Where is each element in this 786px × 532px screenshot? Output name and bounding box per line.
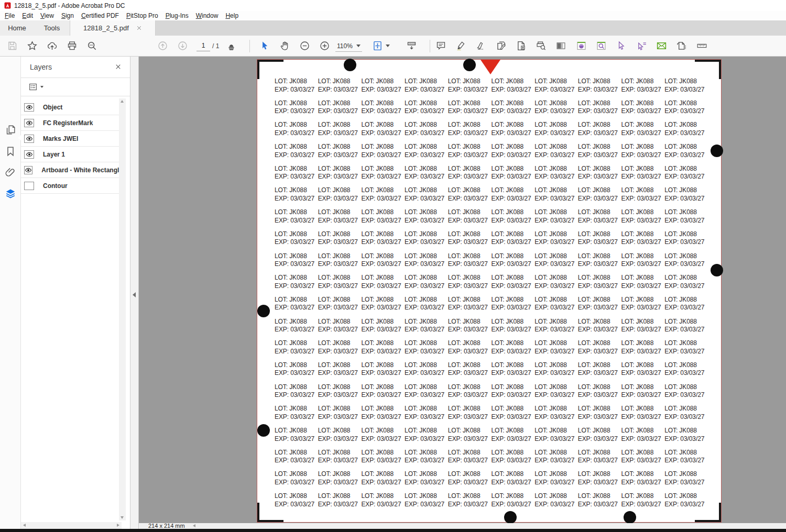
output-preview-icon xyxy=(555,40,566,51)
layers-vertical-scrollbar[interactable] xyxy=(119,98,126,520)
page-info-button[interactable] xyxy=(672,36,692,56)
exp-text: EXP: 03/03/27 xyxy=(361,326,405,334)
label-cell: LOT: JK088EXP: 03/03/27 xyxy=(491,163,534,185)
label-cell: LOT: JK088EXP: 03/03/27 xyxy=(491,382,534,404)
certified-stamp-button[interactable] xyxy=(221,36,241,56)
exp-text: EXP: 03/03/27 xyxy=(318,86,362,94)
exp-text: EXP: 03/03/27 xyxy=(534,260,578,269)
menu-view[interactable]: View xyxy=(37,12,58,19)
menu-pitstop-pro[interactable]: PitStop Pro xyxy=(123,12,162,19)
save-button[interactable] xyxy=(2,36,22,56)
pitstop-select-button[interactable] xyxy=(612,36,631,56)
page-scroll-button[interactable] xyxy=(401,36,421,56)
zoom-out-button[interactable] xyxy=(294,36,314,56)
scroll-down-icon[interactable] xyxy=(121,516,124,519)
layer-row[interactable]: FC RegisterMark xyxy=(21,115,123,131)
tab-home[interactable]: Home xyxy=(0,20,34,36)
menu-sign[interactable]: Sign xyxy=(58,12,78,19)
tab-document[interactable]: 12818_2_5.pdf xyxy=(70,20,156,36)
exp-text: EXP: 03/03/27 xyxy=(491,304,534,312)
fit-page-select[interactable] xyxy=(372,36,390,56)
layer-row[interactable]: Artboard - White Rectangle xyxy=(21,162,123,178)
layer-options-button[interactable] xyxy=(28,82,43,92)
scroll-left-icon[interactable] xyxy=(23,524,26,527)
pitstop-navigator-button[interactable] xyxy=(591,36,611,56)
layer-row[interactable]: Layer 1 xyxy=(21,147,123,162)
print-search-button[interactable] xyxy=(531,36,551,56)
pitstop-select-similar-button[interactable] xyxy=(631,36,651,56)
menu-help[interactable]: Help xyxy=(222,12,242,19)
menu-window[interactable]: Window xyxy=(192,12,222,19)
exp-text: EXP: 03/03/27 xyxy=(491,391,534,400)
lot-text: LOT: JK088 xyxy=(318,143,362,151)
menu-edit[interactable]: Edit xyxy=(18,12,37,19)
email-button[interactable] xyxy=(651,36,671,56)
tab-bar: HomeTools12818_2_5.pdf xyxy=(0,20,786,36)
layer-visibility-eye[interactable] xyxy=(24,150,34,159)
scroll-left-icon[interactable] xyxy=(193,524,195,527)
tab-tools[interactable]: Tools xyxy=(34,20,70,36)
exp-text: EXP: 03/03/27 xyxy=(621,479,665,487)
sidebar-attachments-button[interactable] xyxy=(5,167,16,178)
lot-text: LOT: JK088 xyxy=(275,339,318,348)
zoom-level-select[interactable]: 110% xyxy=(335,40,362,52)
menu-plug-ins[interactable]: Plug-Ins xyxy=(162,12,192,19)
scroll-up-icon[interactable] xyxy=(121,100,124,103)
star-button[interactable] xyxy=(22,36,42,56)
cloud-upload-button[interactable] xyxy=(42,36,62,56)
ruler-button[interactable] xyxy=(692,36,712,56)
highlight-button[interactable] xyxy=(451,36,471,56)
pdf-page[interactable]: LOT: JK088EXP: 03/03/27LOT: JK088EXP: 03… xyxy=(257,59,722,523)
layer-visibility-eye[interactable] xyxy=(24,119,34,127)
comment-button[interactable] xyxy=(431,36,451,56)
layer-row[interactable]: Marks JWEI xyxy=(21,131,123,147)
layers-horizontal-scrollbar[interactable] xyxy=(21,522,122,529)
edit-page-button[interactable] xyxy=(491,36,511,56)
add-page-button[interactable] xyxy=(511,36,531,56)
select-arrow-button[interactable] xyxy=(255,36,275,56)
zoom-in-button[interactable] xyxy=(314,36,334,56)
lot-text: LOT: JK088 xyxy=(275,492,318,501)
lot-text: LOT: JK088 xyxy=(318,296,362,304)
panel-gutter xyxy=(130,57,139,529)
lot-text: LOT: JK088 xyxy=(448,186,492,195)
layer-visibility-eye[interactable] xyxy=(24,135,34,143)
layer-visibility-eye[interactable] xyxy=(24,166,32,174)
collapse-panel-icon[interactable] xyxy=(133,292,136,297)
layer-visibility-eye[interactable] xyxy=(24,103,34,112)
search-button[interactable] xyxy=(82,36,102,56)
label-cell: LOT: JK088EXP: 03/03/27 xyxy=(578,185,621,207)
status-bar: 214 x 214 mm xyxy=(139,523,786,529)
scroll-right-icon[interactable] xyxy=(117,524,119,527)
lot-text: LOT: JK088 xyxy=(491,186,534,195)
close-icon[interactable] xyxy=(115,63,122,70)
exp-text: EXP: 03/03/27 xyxy=(361,391,405,400)
hand-button[interactable] xyxy=(275,36,294,56)
exp-text: EXP: 03/03/27 xyxy=(448,195,492,203)
lot-text: LOT: JK088 xyxy=(405,361,448,370)
exp-text: EXP: 03/03/27 xyxy=(578,369,621,378)
document-viewport[interactable]: LOT: JK088EXP: 03/03/27LOT: JK088EXP: 03… xyxy=(139,57,786,523)
label-cell: LOT: JK088EXP: 03/03/27 xyxy=(491,447,534,469)
sidebar-bookmarks-button[interactable] xyxy=(5,146,16,157)
sidebar-page-thumbnails-button[interactable] xyxy=(5,124,16,136)
layer-row[interactable]: Object xyxy=(21,99,123,115)
print-button[interactable] xyxy=(62,36,82,56)
page-down-button[interactable] xyxy=(172,36,192,56)
lot-text: LOT: JK088 xyxy=(534,318,578,326)
page-up-button[interactable] xyxy=(152,36,172,56)
menu-certified-pdf[interactable]: Certified PDF xyxy=(78,12,123,19)
lot-text: LOT: JK088 xyxy=(275,449,318,457)
sidebar-layers-button[interactable] xyxy=(5,188,16,199)
label-cell: LOT: JK088EXP: 03/03/27 xyxy=(578,469,621,491)
layer-row[interactable]: Contour xyxy=(21,178,123,194)
label-cell: LOT: JK088EXP: 03/03/27 xyxy=(405,294,448,316)
sign-pen-button[interactable] xyxy=(471,36,491,56)
page-number-input[interactable]: 1 xyxy=(196,41,210,51)
menu-file[interactable]: File xyxy=(1,12,18,19)
pitstop-inspector-button[interactable] xyxy=(571,36,591,56)
layer-visibility-empty[interactable] xyxy=(24,182,34,190)
close-icon[interactable] xyxy=(136,25,142,31)
output-preview-button[interactable] xyxy=(551,36,571,56)
label-cell: LOT: JK088EXP: 03/03/27 xyxy=(534,141,578,163)
